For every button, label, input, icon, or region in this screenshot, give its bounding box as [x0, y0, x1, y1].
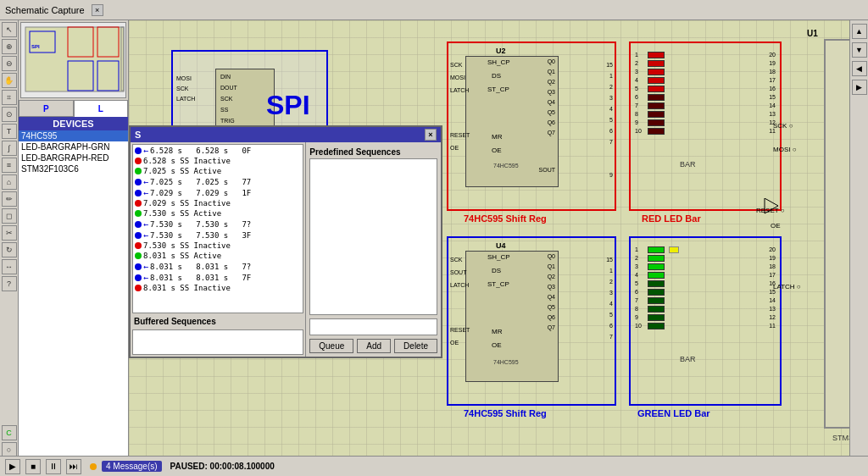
tool-power[interactable]: ⌂ [2, 174, 17, 190]
u2-ic-label: 74HC595 [493, 163, 519, 169]
u4-pin2: 2 [609, 279, 613, 285]
u2-q5: Q5 [548, 109, 555, 115]
seq-item-1[interactable]: ← 6.528 s 6.528 s 0F [133, 145, 303, 156]
seq-dot-10 [135, 242, 142, 249]
u4-oe: OE [492, 341, 502, 349]
predefined-sequences-list[interactable] [309, 158, 437, 315]
tool-pan[interactable]: ✋ [2, 73, 17, 88]
tool-bottom-1[interactable]: C [2, 425, 17, 440]
seq-dialog-close-button[interactable]: × [425, 129, 437, 141]
green-bar-outer: 1 2 3 4 5 6 7 8 9 10 [629, 236, 782, 406]
tool-component[interactable]: ⊙ [2, 107, 17, 122]
sidebar-header: DEVICES [19, 117, 128, 130]
tool-text[interactable]: T [2, 124, 17, 139]
seq-item-5[interactable]: ← 7.029 s 7.029 s 1F [133, 187, 303, 198]
u4-pin6: 6 [609, 323, 613, 329]
sidebar-item-led-grn[interactable]: LED-BARGRAPH-GRN [19, 141, 128, 152]
tool-zoom-out[interactable]: ⊖ [2, 56, 17, 71]
left-toolbar: ↖ ⊕ ⊖ ✋ ⌗ ⊙ T ∫ ≡ ⌂ ✏ ◻ ✂ ↻ ↔ ? C ○ ○ [0, 20, 19, 476]
seq-dot-14 [135, 285, 142, 291]
u4-q2: Q2 [548, 274, 555, 280]
u4-ext-latch: LATCH [450, 282, 469, 288]
add-button[interactable]: Add [357, 339, 391, 353]
tool-edit[interactable]: ✏ [2, 191, 17, 207]
tool-help[interactable]: ? [2, 276, 17, 291]
seq-item-8[interactable]: ← 7.530 s 7.530 s 7? [133, 219, 303, 230]
u4-q1: Q1 [548, 263, 555, 269]
seq-item-11[interactable]: 8.031 s SS Active [133, 251, 303, 261]
u4-q7: Q7 [548, 324, 555, 330]
tool-wire[interactable]: ⌗ [2, 90, 17, 105]
tool-rotate[interactable]: ↻ [2, 242, 17, 257]
u1-oe-label: OE [771, 222, 781, 230]
u4-ds: DS [492, 267, 501, 274]
u2-pin9: 9 [609, 172, 613, 178]
u4-ic-label: 74HC595 [493, 359, 519, 365]
strip-btn-2[interactable]: ▼ [852, 42, 867, 58]
strip-btn-1[interactable]: ▲ [852, 24, 867, 39]
stop-button[interactable]: ■ [25, 459, 41, 474]
predefined-sequences-label: Predefined Sequences [309, 146, 437, 158]
seq-item-9[interactable]: ← 7.530 s 7.530 s 3F [133, 230, 303, 241]
u2-pin15: 15 [606, 62, 613, 68]
u2-ext-latch: LATCH [450, 87, 469, 93]
sequence-dialog: S × ← 6.528 s 6.528 s 0F 6.528 s SS Inac… [129, 125, 442, 358]
pause-button[interactable]: ⏸ [46, 459, 61, 474]
u2-box-label: 74HC595 Shift Reg [464, 213, 547, 224]
queue-button[interactable]: Queue [309, 339, 353, 353]
buffered-sequences-list[interactable] [132, 329, 303, 355]
seq-input-field[interactable] [309, 318, 437, 335]
message-count-badge[interactable]: 4 Message(s) [102, 461, 162, 472]
tool-select[interactable]: ↖ [2, 22, 17, 37]
tab-l[interactable]: L [74, 100, 129, 117]
svg-rect-0 [25, 27, 124, 91]
u4-ext-oe: OE [450, 340, 459, 346]
green-bar-label: GREEN LED Bar [637, 408, 710, 418]
seq-item-13[interactable]: ← 8.031 s 8.031 s 7F [133, 272, 303, 283]
strip-btn-4[interactable]: ▶ [852, 80, 867, 95]
seq-list[interactable]: ← 6.528 s 6.528 s 0F 6.528 s SS Inactive… [132, 144, 303, 313]
spi-ic-pin-ss: SS [220, 107, 228, 113]
seq-item-7[interactable]: 7.530 s SS Active [133, 208, 303, 219]
seq-dialog-title-text: S [135, 130, 141, 140]
tool-bus[interactable]: ≡ [2, 158, 17, 173]
sidebar-item-74hc595[interactable]: 74HC595 [19, 130, 128, 141]
u2-q1: Q1 [548, 69, 555, 75]
sidebar-item-stm32[interactable]: STM32F103C6 [19, 163, 128, 174]
seq-dot-8 [135, 221, 142, 228]
u2-ext-oe: OE [450, 145, 459, 151]
step-button[interactable]: ⏭ [66, 459, 81, 474]
sidebar-item-led-red[interactable]: LED-BARGRAPH-RED [19, 152, 128, 163]
seq-item-14[interactable]: 8.031 s SS Inactive [133, 283, 303, 293]
u4-q6: Q6 [548, 314, 555, 320]
u4-mr: MR [492, 328, 502, 335]
seq-item-6[interactable]: 7.029 s SS Inactive [133, 198, 303, 208]
tool-zoom-in[interactable]: ⊕ [2, 39, 17, 54]
u4-ext-sck: SCK [450, 257, 462, 263]
delete-button[interactable]: Delete [394, 339, 437, 353]
tool-box[interactable]: ◻ [2, 208, 17, 224]
u2-mr: MR [492, 133, 502, 141]
strip-btn-3[interactable]: ◀ [852, 61, 867, 76]
topbar-close[interactable]: × [92, 4, 103, 16]
tool-delete[interactable]: ✂ [2, 225, 17, 241]
status-indicator [90, 463, 97, 470]
seq-item-4[interactable]: ← 7.025 s 7.025 s 77 [133, 176, 303, 187]
seq-left-panel: ← 6.528 s 6.528 s 0F 6.528 s SS Inactive… [131, 142, 306, 357]
topbar-title: Schematic Capture [5, 5, 85, 15]
spi-pin-sck: SCK [176, 86, 188, 91]
u4-name: U4 [496, 241, 506, 250]
seq-item-12[interactable]: ← 8.031 s 8.031 s 7? [133, 261, 303, 272]
u2-pin6: 6 [609, 128, 613, 134]
play-button[interactable]: ▶ [5, 459, 20, 474]
seq-item-3[interactable]: 7.025 s SS Active [133, 166, 303, 176]
seq-item-2[interactable]: 6.528 s SS Inactive [133, 156, 303, 166]
tool-label[interactable]: ∫ [2, 141, 17, 156]
u4-pin4: 4 [609, 301, 613, 307]
seq-dialog-title: S × [131, 127, 441, 142]
tool-mirror[interactable]: ↔ [2, 259, 17, 274]
tab-p[interactable]: P [19, 100, 74, 117]
sidebar-list[interactable]: 74HC595 LED-BARGRAPH-GRN LED-BARGRAPH-RE… [19, 130, 128, 476]
u4-ext-sout: SOUT [450, 269, 466, 275]
seq-item-10[interactable]: 7.530 s SS Inactive [133, 241, 303, 251]
